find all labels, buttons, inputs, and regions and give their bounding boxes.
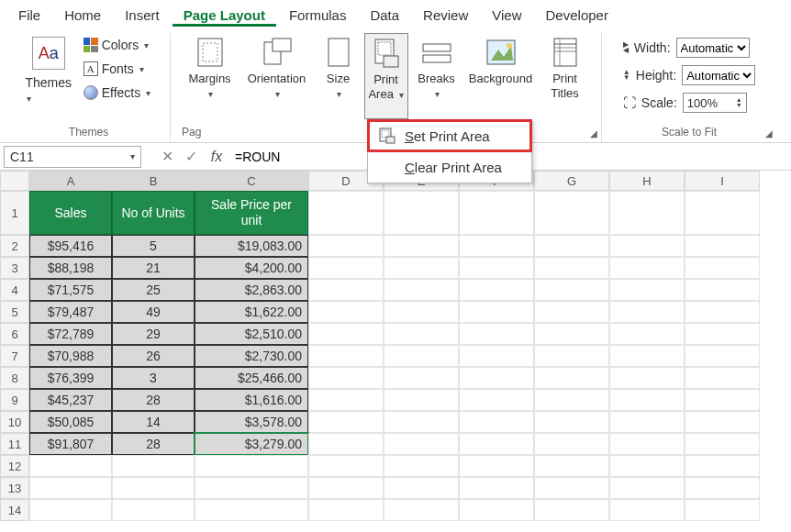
dialog-launcher-icon[interactable]: ◢	[590, 128, 597, 139]
cell-empty[interactable]	[459, 345, 534, 367]
cell-empty[interactable]	[384, 279, 459, 301]
col-header-I[interactable]: I	[685, 171, 760, 191]
cell-price-4[interactable]: $2,863.00	[195, 279, 308, 301]
row-header-9[interactable]: 9	[0, 389, 29, 411]
cell-empty[interactable]	[534, 279, 609, 301]
cell-price-8[interactable]: $25,466.00	[195, 367, 308, 389]
cell-empty[interactable]	[308, 345, 384, 367]
cell-empty[interactable]	[384, 301, 459, 323]
menu-formulas[interactable]: Formulas	[278, 4, 358, 27]
cell-sales-4[interactable]: $71,575	[29, 279, 112, 301]
menu-data[interactable]: Data	[359, 4, 410, 27]
cell-empty[interactable]	[609, 301, 685, 323]
cell-empty[interactable]	[308, 411, 384, 433]
cell-sales-7[interactable]: $70,988	[29, 345, 112, 367]
cell-price-3[interactable]: $4,200.00	[195, 257, 308, 279]
cell-empty[interactable]	[459, 301, 534, 323]
cell-empty[interactable]	[609, 499, 685, 521]
cell-empty[interactable]	[459, 433, 534, 455]
cell-empty[interactable]	[308, 323, 384, 345]
cell-empty[interactable]	[685, 301, 760, 323]
cell-empty[interactable]	[384, 389, 459, 411]
cell-empty[interactable]	[685, 235, 760, 257]
select-all-corner[interactable]	[0, 171, 29, 191]
effects-button[interactable]: Effects▾	[80, 81, 155, 105]
row-header-1[interactable]: 1	[0, 191, 29, 235]
cell-sales-3[interactable]: $88,198	[29, 257, 112, 279]
cell-empty[interactable]	[195, 499, 308, 521]
cell-empty[interactable]	[459, 367, 534, 389]
cell-empty[interactable]	[609, 433, 685, 455]
col-header-A[interactable]: A	[29, 171, 112, 191]
row-header-7[interactable]: 7	[0, 345, 29, 367]
menu-view[interactable]: View	[481, 4, 532, 27]
cell-empty[interactable]	[685, 477, 760, 499]
cell-empty[interactable]	[609, 235, 685, 257]
cell-empty[interactable]	[609, 389, 685, 411]
cell-empty[interactable]	[308, 389, 384, 411]
menu-file[interactable]: File	[7, 4, 51, 27]
row-header-5[interactable]: 5	[0, 301, 29, 323]
cell-empty[interactable]	[384, 191, 459, 235]
cell-empty[interactable]	[308, 499, 384, 521]
cell-empty[interactable]	[534, 323, 609, 345]
row-header-6[interactable]: 6	[0, 323, 29, 345]
cell-empty[interactable]	[384, 433, 459, 455]
cell-empty[interactable]	[534, 499, 609, 521]
cell-empty[interactable]	[308, 455, 384, 477]
set-print-area-item[interactable]: Set Print Area	[368, 120, 531, 151]
cell-empty[interactable]	[534, 433, 609, 455]
cell-sales-2[interactable]: $95,416	[29, 235, 112, 257]
cell-empty[interactable]	[609, 367, 685, 389]
cell-empty[interactable]	[685, 191, 760, 235]
cell-empty[interactable]	[459, 235, 534, 257]
cell-units-11[interactable]: 28	[112, 433, 195, 455]
cell-empty[interactable]	[459, 389, 534, 411]
cell-empty[interactable]	[685, 345, 760, 367]
cell-price-7[interactable]: $2,730.00	[195, 345, 308, 367]
size-button[interactable]: Size▾	[318, 33, 359, 119]
cell-empty[interactable]	[308, 191, 384, 235]
cell-empty[interactable]	[685, 323, 760, 345]
cancel-icon[interactable]: ✕	[156, 148, 178, 165]
cell-empty[interactable]	[534, 367, 609, 389]
cell-empty[interactable]	[384, 345, 459, 367]
row-header-8[interactable]: 8	[0, 367, 29, 389]
print-titles-button[interactable]: PrintTitles	[542, 33, 588, 119]
spin-buttons-icon[interactable]: ▲▼	[736, 97, 742, 108]
fx-icon[interactable]: fx	[204, 149, 229, 165]
cell-empty[interactable]	[534, 477, 609, 499]
height-select[interactable]: Automatic	[682, 65, 755, 85]
cell-empty[interactable]	[308, 477, 384, 499]
cell-empty[interactable]	[29, 477, 112, 499]
cell-price-9[interactable]: $1,616.00	[195, 389, 308, 411]
cell-units-4[interactable]: 25	[112, 279, 195, 301]
cell-empty[interactable]	[195, 455, 308, 477]
cell-empty[interactable]	[384, 455, 459, 477]
menu-page-layout[interactable]: Page Layout	[173, 4, 276, 27]
cell-empty[interactable]	[685, 455, 760, 477]
col-header-C[interactable]: C	[195, 171, 308, 191]
cell-units-5[interactable]: 49	[112, 301, 195, 323]
cell-empty[interactable]	[384, 257, 459, 279]
cell-empty[interactable]	[685, 279, 760, 301]
cell-units-9[interactable]: 28	[112, 389, 195, 411]
cell-empty[interactable]	[609, 257, 685, 279]
cell-sales-6[interactable]: $72,789	[29, 323, 112, 345]
margins-button[interactable]: Margins▾	[184, 33, 236, 119]
cell-empty[interactable]	[384, 235, 459, 257]
cell-empty[interactable]	[534, 389, 609, 411]
cell-price-6[interactable]: $2,510.00	[195, 323, 308, 345]
cell-empty[interactable]	[534, 257, 609, 279]
cell-empty[interactable]	[459, 323, 534, 345]
cell-empty[interactable]	[609, 345, 685, 367]
cell-empty[interactable]	[308, 235, 384, 257]
cell-empty[interactable]	[459, 499, 534, 521]
cell-empty[interactable]	[609, 323, 685, 345]
row-header-4[interactable]: 4	[0, 279, 29, 301]
cell-sales-11[interactable]: $91,807	[29, 433, 112, 455]
dialog-launcher-icon[interactable]: ◢	[765, 128, 773, 139]
cell-empty[interactable]	[609, 279, 685, 301]
cell-empty[interactable]	[195, 477, 308, 499]
col-header-G[interactable]: G	[534, 171, 609, 191]
